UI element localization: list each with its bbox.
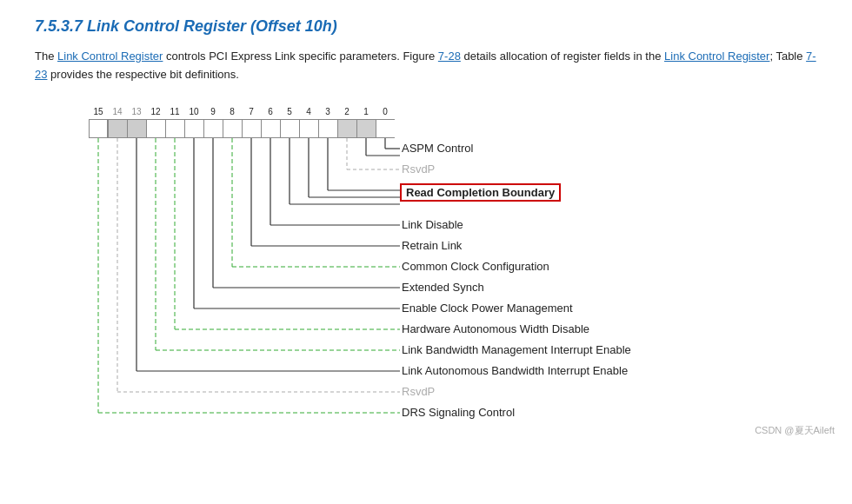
bit-box-10 xyxy=(184,119,203,138)
label-rsvdp-2: RsvdP xyxy=(402,385,435,398)
bit-num-14: 14 xyxy=(108,107,127,116)
bit-num-6: 6 xyxy=(261,107,280,116)
bit-num-4: 4 xyxy=(299,107,318,116)
bit-box-15 xyxy=(89,119,108,138)
bit-num-13: 13 xyxy=(127,107,146,116)
bit-num-10: 10 xyxy=(184,107,203,116)
label-link-bw-mgmt-interrupt-enable: Link Bandwidth Management Interrupt Enab… xyxy=(402,343,631,356)
label-link-autonomous-bw-interrupt-enable: Link Autonomous Bandwidth Interrupt Enab… xyxy=(402,364,628,377)
bit-num-9: 9 xyxy=(203,107,223,116)
bit-box-1 xyxy=(356,119,376,138)
label-hw-autonomous-width-disable: Hardware Autonomous Width Disable xyxy=(402,322,589,335)
label-aspm-control: ASPM Control xyxy=(402,142,473,155)
link-control-register-ref1: Link Control Register xyxy=(57,50,163,63)
label-rsvdp-1: RsvdP xyxy=(402,162,435,176)
label-extended-synch: Extended Synch xyxy=(402,281,484,294)
watermark: CSDN @夏天Aileft xyxy=(755,424,835,437)
page-container: 7.5.3.7 Link Control Register (Offset 10… xyxy=(0,0,852,448)
bit-box-6 xyxy=(261,119,280,138)
bit-num-3: 3 xyxy=(318,107,337,116)
bit-box-3 xyxy=(318,119,337,138)
label-enable-clock-power-mgmt: Enable Clock Power Management xyxy=(402,302,573,315)
label-drs-signaling-control: DRS Signaling Control xyxy=(402,406,515,419)
bit-num-0: 0 xyxy=(376,107,395,116)
bit-box-2 xyxy=(337,119,356,138)
link-control-register-ref2: Link Control Register xyxy=(664,50,769,63)
bit-box-7 xyxy=(242,119,261,138)
bit-box-12 xyxy=(146,119,165,138)
label-common-clock-config: Common Clock Configuration xyxy=(402,260,549,273)
bit-num-15: 15 xyxy=(89,107,108,116)
bit-num-11: 11 xyxy=(165,107,184,116)
bit-num-1: 1 xyxy=(356,107,376,116)
bit-num-8: 8 xyxy=(223,107,242,116)
bit-num-7: 7 xyxy=(242,107,261,116)
bit-box-5 xyxy=(280,119,299,138)
bit-box-4 xyxy=(299,119,318,138)
bit-box-13 xyxy=(127,119,146,138)
register-diagram: 0 1 2 3 4 5 6 7 8 9 10 11 12 13 14 15 xyxy=(35,100,817,430)
figure-ref: 7-28 xyxy=(438,50,461,63)
bit-box-11 xyxy=(165,119,184,138)
bit-num-2: 2 xyxy=(337,107,356,116)
label-read-completion-boundary: Read Completion Boundary xyxy=(400,183,561,202)
label-link-disable: Link Disable xyxy=(402,218,463,231)
bit-box-9 xyxy=(203,119,223,138)
section-title: 7.5.3.7 Link Control Register (Offset 10… xyxy=(35,17,817,36)
bit-num-12: 12 xyxy=(146,107,165,116)
bit-box-0 xyxy=(376,119,395,138)
bit-box-8 xyxy=(223,119,242,138)
bit-num-5: 5 xyxy=(280,107,299,116)
bit-box-14 xyxy=(108,119,127,138)
description: The Link Control Register controls PCI E… xyxy=(35,48,817,84)
label-retrain-link: Retrain Link xyxy=(402,239,462,252)
